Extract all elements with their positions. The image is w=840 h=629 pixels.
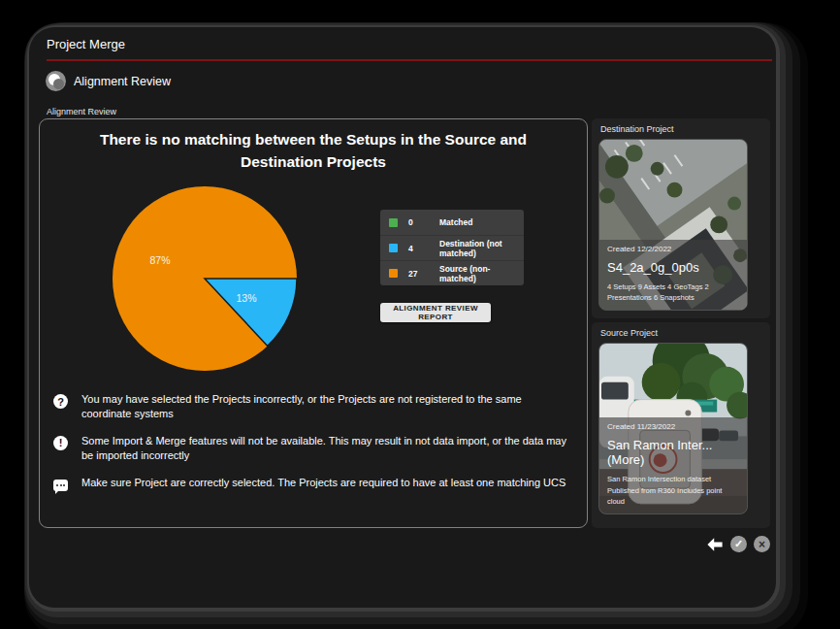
setup-match-pie-chart: 87% 13% (108, 182, 302, 376)
legend-row-source: 27 Source (non-matched) (380, 260, 524, 285)
close-icon[interactable]: × (754, 536, 770, 552)
message-warning: ! Some Import & Merge features will not … (53, 434, 571, 464)
confirm-icon[interactable]: ✓ (730, 536, 747, 552)
destination-name: S4_2a_0g_0p0s (607, 260, 739, 275)
destination-project-label: Destination Project (592, 118, 770, 138)
message-help-text: You may have selected the Projects incor… (81, 392, 571, 422)
message-warning-text: Some Import & Merge features will not be… (81, 434, 571, 464)
pie-label-13: 13% (236, 292, 256, 304)
help-icon: ? (53, 394, 69, 409)
project-merge-dialog: Project Merge Alignment Review Alignment… (29, 27, 776, 608)
source-color-swatch (389, 269, 398, 278)
destination-meta: 4 Setups 9 Assets 4 GeoTags 2 Presentati… (607, 281, 739, 304)
source-project-panel: Source Project (592, 322, 770, 528)
destination-created: Created 12/2/2022 (607, 245, 739, 253)
alert-title: There is no matching between the Setups … (62, 128, 565, 174)
destination-color-swatch (389, 244, 398, 252)
source-project-label: Source Project (592, 322, 770, 342)
destination-count: 4 (408, 244, 439, 253)
alert-icon: ! (53, 436, 69, 450)
source-project-card[interactable]: Created 11/23/2022 San Ramon Inter... (M… (598, 343, 748, 514)
matched-count: 0 (408, 217, 439, 227)
matched-color-swatch (389, 218, 398, 227)
merge-circles-icon (46, 71, 66, 91)
back-arrow-icon[interactable] (706, 537, 724, 552)
section-title: Alignment Review (74, 75, 171, 88)
legend-row-destination: 4 Destination (not matched) (380, 235, 524, 260)
message-advice: Make sure Project are correctly selected… (53, 476, 571, 491)
alignment-review-panel: There is no matching between the Setups … (39, 118, 588, 528)
matched-label: Matched (439, 217, 524, 227)
source-count: 27 (408, 269, 439, 279)
destination-project-panel: Destination Project (592, 118, 770, 318)
alignment-review-report-button[interactable]: ALIGNMENT REVIEW REPORT (380, 303, 491, 322)
section-header: Alignment Review (46, 71, 171, 91)
message-list: ? You may have selected the Projects inc… (53, 392, 571, 503)
dialog-title: Project Merge (47, 37, 125, 51)
panel-label: Alignment Review (47, 107, 116, 116)
source-card-overlay: Created 11/23/2022 San Ramon Inter... (M… (599, 417, 747, 513)
source-label: Source (non-matched) (439, 264, 524, 283)
destination-project-card[interactable]: Created 12/2/2022 S4_2a_0g_0p0s 4 Setups… (598, 139, 748, 311)
destination-card-overlay: Created 12/2/2022 S4_2a_0g_0p0s 4 Setups… (599, 240, 747, 311)
message-help: ? You may have selected the Projects inc… (53, 392, 571, 422)
pie-label-87: 87% (149, 254, 170, 266)
legend-row-matched: 0 Matched (380, 210, 524, 235)
destination-label: Destination (not matched) (439, 239, 524, 258)
footer-actions: ✓ × (706, 536, 770, 552)
source-meta: San Ramon Intersection dataset Published… (607, 474, 739, 507)
title-divider (47, 59, 772, 61)
source-created: Created 11/23/2022 (607, 422, 739, 431)
source-name[interactable]: San Ramon Inter... (More) (607, 438, 739, 467)
comment-icon (53, 478, 69, 491)
pie-legend: 0 Matched 4 Destination (not matched) 27… (380, 210, 524, 285)
message-advice-text: Make sure Project are correctly selected… (81, 476, 565, 490)
